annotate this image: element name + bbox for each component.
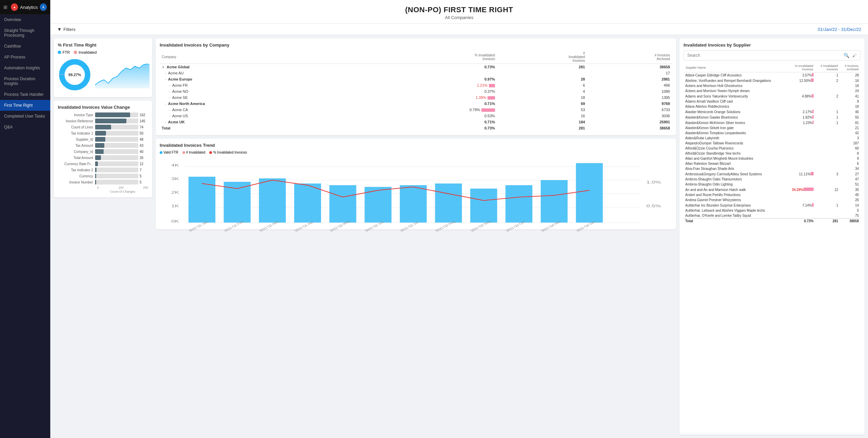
search-box[interactable]: 🔍 🖌 [684, 50, 861, 60]
num-arch: 25991 [587, 119, 672, 125]
sup-inv [815, 141, 840, 146]
paint-icon[interactable]: 🖌 [852, 53, 857, 58]
sup-arch: 21 [840, 125, 861, 130]
bar-track [95, 174, 138, 178]
pct-inv: 0.71% [367, 101, 497, 107]
table-row: Alden&Rube Labyrinth 3 [684, 136, 861, 141]
bar-track [95, 180, 138, 185]
sidebar-nav: OverviewStraight Through ProcessingCashf… [0, 14, 50, 133]
sidebar-item-first-time-right[interactable]: First Time Right [0, 100, 50, 111]
table-row: Alastier Menicomb Orange Solutions 2.17%… [684, 109, 861, 115]
table-row: Alford&Ozzie Coucha Plutronics 60 [684, 146, 861, 151]
sup-inv [815, 125, 840, 130]
table-row: Alastier&Kenon Tompkiss Leopardworks 42 [684, 130, 861, 136]
sup-col-arch: # InvoicesArchived [840, 63, 861, 72]
bar-row: Tax Indicator 2 7 [58, 168, 148, 172]
bar-fill [95, 174, 96, 178]
pct-inv-label: % Invalidated Invoices [213, 151, 247, 154]
sup-pct: 1.23% [786, 120, 815, 125]
sup-arch: 18 [840, 104, 861, 109]
bar-row: Currency 5 [58, 174, 148, 178]
sup-pct [786, 166, 815, 171]
sidebar-item-completed-user-tasks[interactable]: Completed User Tasks [0, 111, 50, 122]
supplier-table-body: Abbot-Casper Eldridge Cliff Acoustics 3.… [684, 72, 861, 224]
pct-inv: 0.97% [367, 76, 497, 82]
filter-button[interactable]: ▼ Filters [57, 27, 75, 32]
num-inv: 69 [497, 101, 587, 107]
ftr-legend-inv: Invalidated [74, 50, 96, 54]
x-200: 200 [143, 186, 148, 189]
sup-inv [815, 161, 840, 166]
sidebar-item-ap-process[interactable]: AP Process [0, 52, 50, 63]
page-subtitle: All Companies [57, 15, 861, 20]
sup-pct: 34.29% [786, 187, 815, 192]
sidebar-item-cashflow[interactable]: Cashflow [0, 41, 50, 52]
sup-inv [815, 213, 840, 218]
bar-fill [95, 131, 106, 136]
page-header: (NON-PO) FIRST TIME RIGHT All Companies [50, 0, 868, 24]
sidebar-item-q&a[interactable]: Q&A [0, 122, 50, 133]
svg-rect-19 [330, 185, 356, 223]
table-row: AlejandroDumper Tatlowe Riverecords 187 [684, 141, 861, 146]
bar-track [95, 125, 138, 129]
bar-track [95, 119, 138, 123]
sup-arch: 6 [840, 161, 861, 166]
sup-arch: 55 [840, 115, 861, 120]
sup-inv: 1 [815, 109, 840, 115]
sup-pct [786, 182, 815, 187]
sidebar-item-process-task-handler[interactable]: Process Task Handler [0, 89, 50, 100]
bar-value: 43 [140, 144, 148, 147]
sidebar-item-automation-insights[interactable]: Automation Insights [0, 63, 50, 73]
user-avatar: A [40, 3, 47, 11]
bar-value: 50 [140, 132, 148, 135]
company-name: ▼ Acme Global [160, 64, 367, 70]
svg-text:3K: 3K [171, 177, 179, 181]
sup-pct [786, 88, 815, 93]
bar-fill [95, 137, 105, 142]
main-content: (NON-PO) FIRST TIME RIGHT All Companies … [50, 0, 868, 438]
svg-rect-23 [470, 189, 497, 223]
supplier-name: Alastier&Kenon Tompkiss Leopardworks [684, 130, 786, 136]
trend-chart-area: 0K 1K 2K 3K 4K 0.5% 1.0% [160, 156, 672, 225]
svg-text:0K: 0K [171, 220, 179, 223]
company-name: ▫ Acme AU [160, 70, 367, 76]
num-inv: 53 [497, 107, 587, 113]
table-row: ▫ Acme SE 1.38% 18 1305 [160, 94, 672, 101]
x-0: 0 [97, 186, 99, 189]
supplier-name: Alva-Fran Straughan Shade Arts [684, 166, 786, 171]
ftr-legend: FTR Invalidated [58, 50, 148, 54]
bar-track [95, 137, 138, 142]
bar-fill [95, 161, 98, 166]
ftr-area-chart [95, 61, 149, 88]
app-title: Analytics [20, 5, 38, 10]
sidebar-item-overview[interactable]: Overview [0, 14, 50, 25]
table-row: ▫ Acme NO 0.37% 4 1080 [160, 88, 672, 94]
sup-arch: 75 [840, 213, 861, 218]
svg-text:1K: 1K [171, 204, 179, 208]
sup-arch: 9 [840, 99, 861, 104]
table-row: ▫ Acme UK 0.71% 184 25991 [160, 119, 672, 125]
svg-rect-25 [541, 180, 568, 223]
sup-inv: 3 [815, 171, 840, 177]
supplier-name: Abbot-Casper Eldridge Cliff Acoustics [684, 72, 786, 78]
sup-pct [786, 192, 815, 197]
bar-track [95, 155, 138, 160]
sup-inv [815, 156, 840, 161]
svg-rect-26 [576, 163, 603, 223]
sidebar-item-straight-through-processing[interactable]: Straight Through Processing [0, 25, 50, 41]
sup-pct [786, 156, 815, 161]
num-inv: 4 [497, 88, 587, 94]
supplier-name: Anderl and Rozet Petrillo Priductions [684, 192, 786, 197]
table-row: Alastier&Kenon McKinnon Silver tronics 1… [684, 120, 861, 125]
supplier-name: Alastier&Kenon Gawke Bluetronics [684, 115, 786, 120]
sup-arch: 18 [840, 83, 861, 88]
bar-row: Count of Lines 74 [58, 125, 148, 129]
bar-track [95, 149, 138, 154]
sup-pct [786, 136, 815, 141]
sup-pct [786, 99, 815, 104]
bar-value: 26 [140, 156, 148, 160]
sup-pct [786, 146, 815, 151]
search-input[interactable] [687, 53, 844, 58]
sidebar-item-process-duration-insights[interactable]: Process Duration Insights [0, 73, 50, 89]
table-row: Ackers and Morrison Yewen Nymph dream 24 [684, 88, 861, 93]
